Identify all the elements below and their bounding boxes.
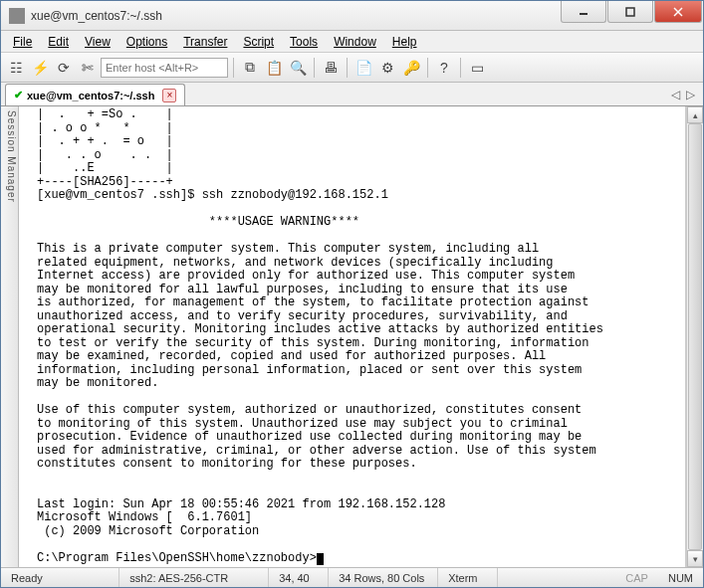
title-bar: xue@vm_centos7:~/.ssh [1,1,703,31]
toggle-icon[interactable]: ▭ [466,57,488,79]
svg-rect-1 [626,8,634,16]
menu-file[interactable]: File [5,33,40,51]
separator [233,58,234,78]
window-title: xue@vm_centos7:~/.ssh [31,9,561,23]
menu-tools[interactable]: Tools [282,33,326,51]
menu-options[interactable]: Options [118,33,175,51]
tab-next-icon[interactable]: ▷ [686,88,695,101]
status-size: 34 Rows, 80 Cols [329,568,438,587]
session-tab[interactable]: ✔ xue@vm_centos7:~/.ssh × [5,84,185,105]
menu-transfer[interactable]: Transfer [175,33,235,51]
menu-help[interactable]: Help [384,33,425,51]
disconnect-icon[interactable]: ✄ [77,57,99,79]
status-cursor-pos: 34, 40 [269,568,329,587]
help-icon[interactable]: ? [433,57,455,79]
menu-edit[interactable]: Edit [40,33,77,51]
app-icon [9,8,25,24]
key-icon[interactable]: 🔑 [400,57,422,79]
menu-bar: File Edit View Options Transfer Script T… [1,31,703,53]
separator [460,58,461,78]
options-icon[interactable]: ⚙ [376,57,398,79]
status-term-type: Xterm [438,568,498,587]
minimize-button[interactable] [561,1,606,23]
properties-icon[interactable]: 📄 [352,57,374,79]
copy-icon[interactable]: ⧉ [239,57,261,79]
status-numlock: NUM [658,568,703,587]
separator [314,58,315,78]
terminal-output[interactable]: | . + =So . | | . o o * * | | . + + . = … [19,106,686,567]
close-button[interactable] [654,1,702,23]
cursor [317,553,324,565]
maximize-button[interactable] [607,1,653,23]
toolbar: ☷ ⚡ ⟳ ✄ ⧉ 📋 🔍 🖶 📄 ⚙ 🔑 ? ▭ [1,53,703,83]
tab-title: xue@vm_centos7:~/.ssh [27,90,154,101]
host-input[interactable] [101,58,228,78]
status-ready: Ready [1,568,119,587]
menu-view[interactable]: View [77,33,118,51]
scroll-track[interactable] [687,123,703,550]
separator [427,58,428,78]
separator [347,58,348,78]
status-spacer [498,568,615,587]
reconnect-icon[interactable]: ⟳ [53,57,75,79]
tab-close-button[interactable]: × [162,89,176,102]
scroll-thumb[interactable] [688,123,702,550]
scroll-up-icon[interactable]: ▴ [687,106,703,123]
menu-script[interactable]: Script [235,33,282,51]
vertical-scrollbar[interactable]: ▴ ▾ [686,106,703,567]
status-bar: Ready ssh2: AES-256-CTR 34, 40 34 Rows, … [1,567,703,587]
print-icon[interactable]: 🖶 [320,57,342,79]
scroll-down-icon[interactable]: ▾ [687,550,703,567]
profile-icon[interactable]: ☷ [5,57,27,79]
check-icon: ✔ [14,89,23,101]
status-connection: ssh2: AES-256-CTR [119,568,269,587]
tab-prev-icon[interactable]: ◁ [671,88,680,101]
tab-bar: ✔ xue@vm_centos7:~/.ssh × ◁ ▷ [1,83,703,106]
quick-connect-icon[interactable]: ⚡ [29,57,51,79]
status-capslock: CAP [615,568,658,587]
menu-window[interactable]: Window [326,33,384,51]
find-icon[interactable]: 🔍 [287,57,309,79]
paste-icon[interactable]: 📋 [263,57,285,79]
session-manager-sidebar[interactable]: Session Manager [1,106,19,567]
